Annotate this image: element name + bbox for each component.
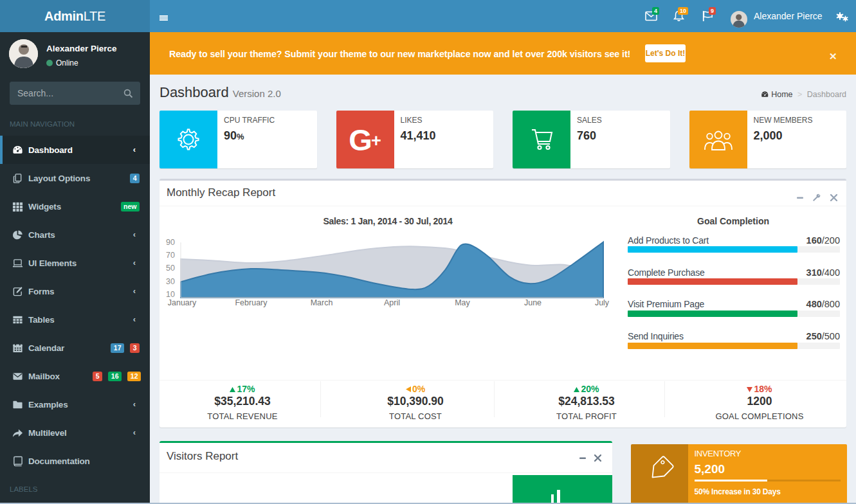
- svg-text:70: 70: [166, 251, 175, 260]
- svg-text:February: February: [235, 298, 268, 307]
- svg-text:March: March: [311, 298, 333, 307]
- svg-text:April: April: [384, 298, 400, 307]
- svg-text:30: 30: [166, 277, 175, 286]
- svg-text:90: 90: [166, 238, 175, 247]
- svg-text:January: January: [168, 298, 197, 307]
- svg-text:May: May: [455, 298, 470, 307]
- svg-text:10: 10: [166, 290, 175, 299]
- svg-text:July: July: [595, 298, 610, 307]
- svg-text:50: 50: [166, 264, 175, 273]
- svg-text:June: June: [524, 298, 542, 307]
